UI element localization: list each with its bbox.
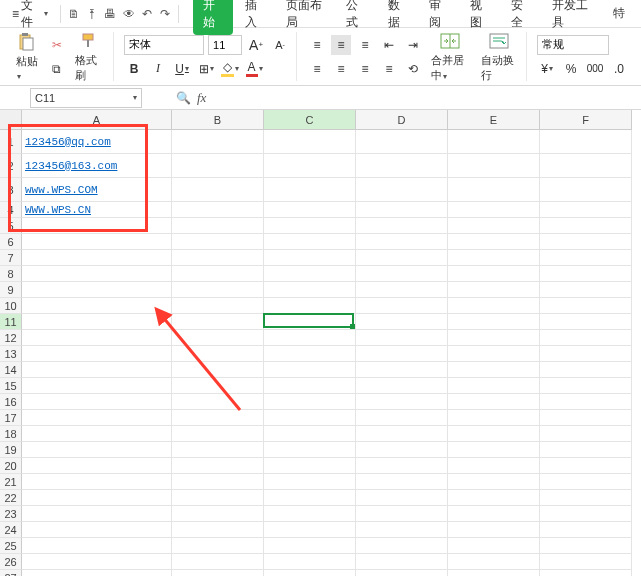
indent-decrease-button[interactable]: ⇤ [379, 35, 399, 55]
cell-C21[interactable] [264, 474, 356, 490]
tab-page-layout[interactable]: 页面布局 [276, 0, 334, 35]
cell-A2[interactable]: 123456@163.com [22, 154, 172, 178]
italic-button[interactable]: I [148, 59, 168, 79]
cell-A16[interactable] [22, 394, 172, 410]
cell-D26[interactable] [356, 554, 448, 570]
row-header-3[interactable]: 3 [0, 178, 22, 202]
cell-C7[interactable] [264, 250, 356, 266]
cell-D18[interactable] [356, 426, 448, 442]
col-header-E[interactable]: E [448, 110, 540, 130]
cell-B27[interactable] [172, 570, 264, 576]
cell-B22[interactable] [172, 490, 264, 506]
row-header-22[interactable]: 22 [0, 490, 22, 506]
cell-D9[interactable] [356, 282, 448, 298]
cell-D13[interactable] [356, 346, 448, 362]
align-top-button[interactable]: ≡ [307, 35, 327, 55]
orientation-button[interactable]: ⟲ [403, 59, 423, 79]
cells-area[interactable]: 123456@qq.com123456@163.comwww.WPS.COMWW… [22, 130, 632, 576]
cell-F13[interactable] [540, 346, 632, 362]
cell-F4[interactable] [540, 202, 632, 218]
cell-B7[interactable] [172, 250, 264, 266]
select-all-corner[interactable] [0, 110, 22, 130]
cell-A9[interactable] [22, 282, 172, 298]
cell-E23[interactable] [448, 506, 540, 522]
cell-C1[interactable] [264, 130, 356, 154]
cell-D23[interactable] [356, 506, 448, 522]
cell-B24[interactable] [172, 522, 264, 538]
cell-A12[interactable] [22, 330, 172, 346]
cell-F11[interactable] [540, 314, 632, 330]
cell-B9[interactable] [172, 282, 264, 298]
cell-E20[interactable] [448, 458, 540, 474]
cell-B17[interactable] [172, 410, 264, 426]
cell-C22[interactable] [264, 490, 356, 506]
cell-A27[interactable] [22, 570, 172, 576]
cell-F19[interactable] [540, 442, 632, 458]
cell-D4[interactable] [356, 202, 448, 218]
cell-C24[interactable] [264, 522, 356, 538]
cell-F12[interactable] [540, 330, 632, 346]
cell-E15[interactable] [448, 378, 540, 394]
cell-E9[interactable] [448, 282, 540, 298]
cell-F1[interactable] [540, 130, 632, 154]
cell-F6[interactable] [540, 234, 632, 250]
cell-F27[interactable] [540, 570, 632, 576]
cell-E25[interactable] [448, 538, 540, 554]
row-header-12[interactable]: 12 [0, 330, 22, 346]
cell-A21[interactable] [22, 474, 172, 490]
justify-button[interactable]: ≡ [379, 59, 399, 79]
cell-D20[interactable] [356, 458, 448, 474]
cell-B23[interactable] [172, 506, 264, 522]
cell-B20[interactable] [172, 458, 264, 474]
cell-C2[interactable] [264, 154, 356, 178]
cell-E22[interactable] [448, 490, 540, 506]
cell-D7[interactable] [356, 250, 448, 266]
cell-D19[interactable] [356, 442, 448, 458]
print-icon[interactable]: 🖶 [103, 6, 117, 22]
bold-button[interactable]: B [124, 59, 144, 79]
cell-B11[interactable] [172, 314, 264, 330]
cell-B10[interactable] [172, 298, 264, 314]
cell-D10[interactable] [356, 298, 448, 314]
cell-A13[interactable] [22, 346, 172, 362]
cell-E7[interactable] [448, 250, 540, 266]
cell-B14[interactable] [172, 362, 264, 378]
tab-dev-tools[interactable]: 开发工具 [542, 0, 600, 35]
open-icon[interactable]: ⭱ [85, 6, 99, 22]
tab-insert[interactable]: 插入 [235, 0, 274, 35]
cell-E11[interactable] [448, 314, 540, 330]
cell-E27[interactable] [448, 570, 540, 576]
cell-F2[interactable] [540, 154, 632, 178]
cell-B25[interactable] [172, 538, 264, 554]
cell-D14[interactable] [356, 362, 448, 378]
cell-D11[interactable] [356, 314, 448, 330]
cell-F3[interactable] [540, 178, 632, 202]
col-header-F[interactable]: F [540, 110, 632, 130]
cell-C6[interactable] [264, 234, 356, 250]
cell-C5[interactable] [264, 218, 356, 234]
cell-A22[interactable] [22, 490, 172, 506]
row-header-14[interactable]: 14 [0, 362, 22, 378]
align-middle-button[interactable]: ≡ [331, 35, 351, 55]
preview-icon[interactable]: 👁 [122, 6, 136, 22]
cell-A19[interactable] [22, 442, 172, 458]
cell-C3[interactable] [264, 178, 356, 202]
currency-button[interactable]: ¥▾ [537, 59, 557, 79]
align-left-button[interactable]: ≡ [307, 59, 327, 79]
cut-button[interactable]: ✂ [47, 35, 67, 55]
cell-B1[interactable] [172, 130, 264, 154]
cell-C15[interactable] [264, 378, 356, 394]
row-headers[interactable]: 1234567891011121314151617181920212223242… [0, 130, 22, 576]
font-grow-button[interactable]: A+ [246, 35, 266, 55]
row-header-13[interactable]: 13 [0, 346, 22, 362]
cell-C18[interactable] [264, 426, 356, 442]
cell-F22[interactable] [540, 490, 632, 506]
cell-E18[interactable] [448, 426, 540, 442]
cell-B26[interactable] [172, 554, 264, 570]
cell-F9[interactable] [540, 282, 632, 298]
row-header-18[interactable]: 18 [0, 426, 22, 442]
cell-F24[interactable] [540, 522, 632, 538]
cell-D24[interactable] [356, 522, 448, 538]
cell-B6[interactable] [172, 234, 264, 250]
redo-icon[interactable]: ↷ [158, 6, 172, 22]
